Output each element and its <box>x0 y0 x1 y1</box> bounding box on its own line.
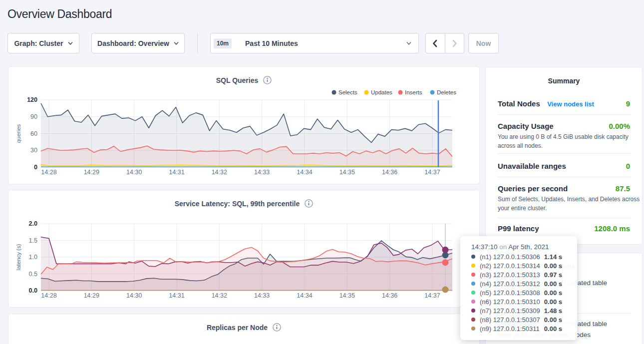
svg-text:14:31: 14:31 <box>169 169 184 176</box>
svg-text:14:34: 14:34 <box>297 292 312 299</box>
svg-text:14:30: 14:30 <box>126 292 142 299</box>
svg-text:queries: queries <box>15 124 21 143</box>
svg-text:14:30: 14:30 <box>126 169 142 176</box>
svg-text:2.0: 2.0 <box>29 220 37 227</box>
svg-text:1.5: 1.5 <box>29 237 37 244</box>
svg-text:Selects: Selects <box>338 89 357 95</box>
svg-text:14:33: 14:33 <box>254 292 270 299</box>
svg-text:60: 60 <box>30 130 37 137</box>
svg-text:14:28: 14:28 <box>41 169 56 176</box>
svg-text:14:36: 14:36 <box>382 169 397 176</box>
svg-text:0.0: 0.0 <box>29 287 37 294</box>
svg-text:14:37: 14:37 <box>424 292 440 299</box>
svg-text:14:33: 14:33 <box>254 169 270 176</box>
svg-text:14:29: 14:29 <box>84 169 99 176</box>
svg-text:14:35: 14:35 <box>339 169 355 176</box>
svg-text:90: 90 <box>30 113 37 120</box>
svg-text:0: 0 <box>34 164 37 171</box>
svg-text:120: 120 <box>27 96 37 103</box>
svg-text:Deletes: Deletes <box>437 89 456 95</box>
svg-text:14:28: 14:28 <box>41 292 56 299</box>
svg-text:14:34: 14:34 <box>297 169 312 176</box>
svg-text:latency (s): latency (s) <box>15 244 21 270</box>
svg-text:Inserts: Inserts <box>405 89 422 95</box>
svg-text:1.0: 1.0 <box>29 254 37 261</box>
svg-text:14:29: 14:29 <box>84 292 99 299</box>
svg-text:Updates: Updates <box>371 89 392 95</box>
svg-text:14:31: 14:31 <box>169 292 184 299</box>
svg-text:0.5: 0.5 <box>29 271 37 278</box>
svg-text:30: 30 <box>30 147 37 154</box>
svg-text:14:35: 14:35 <box>339 292 355 299</box>
svg-text:14:32: 14:32 <box>212 169 227 176</box>
svg-text:14:37: 14:37 <box>424 169 440 176</box>
svg-text:14:32: 14:32 <box>212 292 227 299</box>
svg-text:14:36: 14:36 <box>382 292 397 299</box>
